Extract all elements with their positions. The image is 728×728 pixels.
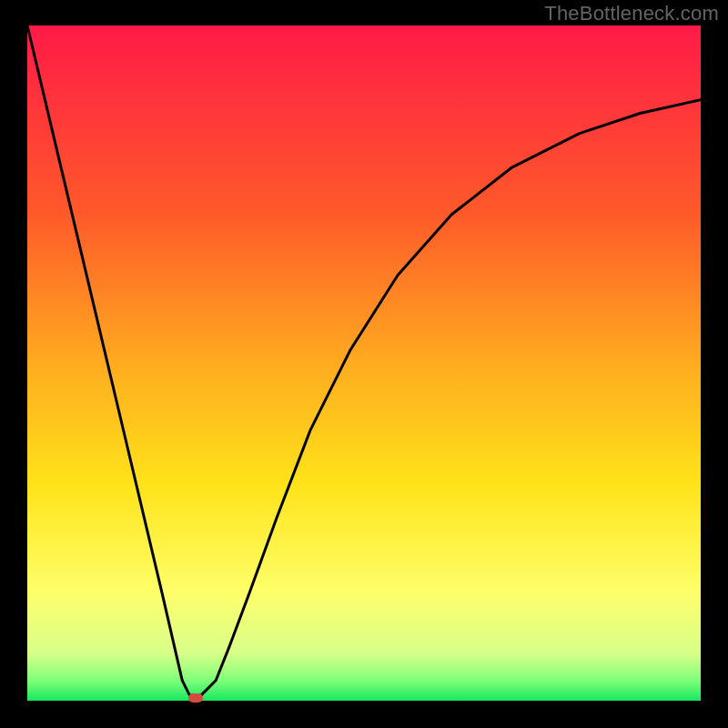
- chart-stage: TheBottleneck.com: [0, 0, 728, 728]
- minimum-marker: [188, 693, 203, 703]
- chart-svg: [0, 0, 728, 728]
- watermark-text: TheBottleneck.com: [544, 2, 719, 25]
